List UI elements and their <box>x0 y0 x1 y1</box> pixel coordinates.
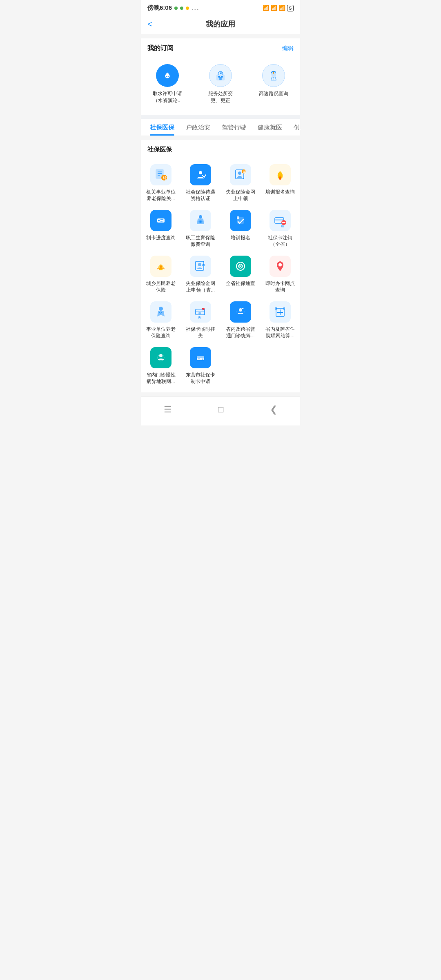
app-instant-card[interactable]: 即时办卡网点查询 <box>261 251 301 296</box>
svg-text:转: 转 <box>163 176 167 180</box>
status-bar: 傍晚6:06 ... 📶 📶 📶 5 <box>141 0 300 14</box>
bluetooth-icon: 📶 <box>263 5 269 11</box>
service-change-label: 服务处所变更、更正 <box>208 90 233 104</box>
maternity-pay-label: 职工生育保险缴费查询 <box>186 234 215 247</box>
app-dongying-card[interactable]: 东营市社保卡制卡申请 <box>181 342 221 388</box>
svg-rect-59 <box>283 307 285 310</box>
status-dots: ... <box>192 4 199 12</box>
app-training-register[interactable]: 培训报名 <box>220 205 261 251</box>
subscribed-item-highway[interactable]: 高速路况查询 <box>247 60 300 108</box>
svg-rect-33 <box>275 219 284 220</box>
app-chronic-disease[interactable]: 省内门诊慢性病异地联网... <box>141 342 181 388</box>
pension-transfer-label: 机关事业单位养老保险关... <box>146 189 176 202</box>
training-query-label: 培训报名查询 <box>265 189 295 195</box>
tab-jiaguan[interactable]: 驾管行驶 <box>216 119 252 136</box>
pension-query-icon <box>150 301 172 323</box>
tab-shebao[interactable]: 社保医保 <box>144 119 180 136</box>
instant-card-icon <box>270 256 291 277</box>
svg-text:新: 新 <box>243 170 246 174</box>
status-icons: 📶 📶 📶 5 <box>263 5 294 11</box>
apps-grid: 转 机关事业单位养老保险关... 社会保险待遇资格认证 新 <box>141 158 300 392</box>
dongying-card-icon <box>190 347 211 368</box>
subscribed-item-water[interactable]: 取水许可申请（水资源论... <box>141 60 194 108</box>
chronic-disease-icon <box>150 347 172 368</box>
svg-point-50 <box>198 312 201 314</box>
card-progress-icon <box>150 210 172 231</box>
svg-point-14 <box>199 171 202 174</box>
tab-jiankang[interactable]: 健康就医 <box>252 119 288 136</box>
clinic-crossregion-label: 省内及跨省普通门诊统筹... <box>226 326 255 339</box>
svg-point-23 <box>158 220 160 221</box>
svg-point-60 <box>155 352 167 363</box>
app-clinic-crossregion[interactable]: 省内及跨省普通门诊统筹... <box>220 296 261 342</box>
dot2 <box>180 7 183 10</box>
dot1 <box>174 7 178 10</box>
service-change-icon: ▣ <box>209 64 232 87</box>
svg-point-16 <box>238 172 241 175</box>
app-pension-query[interactable]: 事业单位养老保险查询 <box>141 296 181 342</box>
tab-chuangye[interactable]: 创业就业 <box>288 119 300 136</box>
app-card-cancel[interactable]: 销 社保卡注销（全省） <box>261 205 301 251</box>
nav-menu-button[interactable]: ☰ <box>156 402 180 417</box>
water-permit-icon <box>156 64 179 87</box>
svg-point-38 <box>160 265 162 268</box>
back-button[interactable]: < <box>147 20 152 29</box>
svg-point-20 <box>279 177 281 180</box>
edit-button[interactable]: 编辑 <box>282 45 294 52</box>
svg-rect-4 <box>219 77 222 80</box>
subscribed-grid: 取水许可申请（水资源论... ▣ 服务处所变更、更正 高速路况查 <box>141 56 300 115</box>
card-progress-label: 制卡进度查询 <box>146 234 176 241</box>
subscribed-item-service[interactable]: ▣ 服务处所变更、更正 <box>194 60 247 108</box>
social-auth-label: 社会保险待遇资格认证 <box>186 189 215 202</box>
page-header: < 我的应用 <box>141 14 300 34</box>
app-maternity-pay[interactable]: 职工生育保险缴费查询 <box>181 205 221 251</box>
app-card-suspend[interactable]: 失 社保卡临时挂失 <box>181 296 221 342</box>
svg-point-46 <box>278 263 282 266</box>
svg-point-13 <box>195 169 206 180</box>
signal-icon: 📶 <box>271 5 277 11</box>
app-rural-pension[interactable]: 城乡居民养老保险 <box>141 251 181 296</box>
instant-card-label: 即时办卡网点查询 <box>265 280 295 293</box>
tabs-bar: 社保医保 户政治安 驾管行驶 健康就医 创业就业 <box>141 119 300 136</box>
app-pension-transfer[interactable]: 转 机关事业单位养老保险关... <box>141 159 181 205</box>
app-social-check[interactable]: S 全省社保通查 <box>220 251 261 296</box>
svg-rect-31 <box>237 216 239 219</box>
card-cancel-icon: 销 <box>270 210 291 231</box>
dot3 <box>186 7 189 10</box>
training-query-icon <box>270 164 291 185</box>
app-unemployment-prov[interactable]: 失业保险金网上申领（省... <box>181 251 221 296</box>
hospital-crossregion-label: 省内及跨省住院联网结算... <box>265 326 295 339</box>
nav-back-button[interactable]: ❮ <box>262 402 285 417</box>
rural-pension-icon <box>150 256 172 277</box>
water-permit-label: 取水许可申请（水资源论... <box>153 90 182 104</box>
pension-transfer-icon: 转 <box>150 164 172 185</box>
app-hospital-crossregion[interactable]: 省内及跨省住院联网结算... <box>261 296 301 342</box>
tab-huzheng[interactable]: 户政治安 <box>180 119 216 136</box>
unemployment-online-icon: 新 <box>230 164 251 185</box>
dongying-card-label: 东营市社保卡制卡申请 <box>186 372 215 385</box>
app-social-auth[interactable]: 社会保险待遇资格认证 <box>181 159 221 205</box>
svg-rect-67 <box>202 359 203 360</box>
divider1 <box>141 115 300 119</box>
social-check-icon: S <box>230 256 251 277</box>
chronic-disease-label: 省内门诊慢性病异地联网... <box>146 372 176 385</box>
nav-bar: ☰ □ ❮ <box>141 396 300 425</box>
unemployment-prov-icon <box>190 256 211 277</box>
subscriptions-title: 我的订阅 <box>147 44 174 53</box>
svg-point-26 <box>199 215 202 218</box>
app-training-query[interactable]: 培训报名查询 <box>261 159 301 205</box>
app-unemployment-online[interactable]: 新 失业保险金网上申领 <box>220 159 261 205</box>
highway-icon <box>262 64 285 87</box>
svg-text:销: 销 <box>281 225 284 227</box>
maternity-pay-icon <box>190 210 211 231</box>
training-register-label: 培训报名 <box>231 234 250 241</box>
highway-label: 高速路况查询 <box>259 90 288 97</box>
nav-home-button[interactable]: □ <box>210 402 232 417</box>
clinic-crossregion-icon <box>230 301 251 323</box>
app-card-progress[interactable]: 制卡进度查询 <box>141 205 181 251</box>
category-title: 社保医保 <box>147 146 294 154</box>
svg-point-41 <box>198 263 201 266</box>
status-time: 傍晚6:06 <box>147 4 172 12</box>
svg-text:▣: ▣ <box>220 72 222 74</box>
svg-rect-58 <box>275 307 277 310</box>
